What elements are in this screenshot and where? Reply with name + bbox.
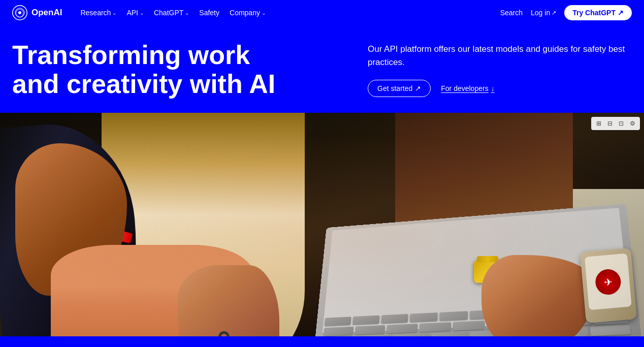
hand-right xyxy=(481,255,593,336)
key xyxy=(590,326,631,336)
chatgpt-chevron: ⌄ xyxy=(185,10,189,16)
for-developers-button[interactable]: For developers ↓ xyxy=(441,84,494,92)
key xyxy=(432,332,468,337)
key xyxy=(352,316,379,325)
nav-chatgpt[interactable]: ChatGPT ⌄ xyxy=(150,6,193,20)
key xyxy=(358,335,393,337)
search-button[interactable]: Search xyxy=(500,9,523,17)
key xyxy=(453,321,485,331)
openai-logo-icon xyxy=(12,5,27,20)
key xyxy=(394,334,430,337)
nav-api[interactable]: API ⌄ xyxy=(122,6,148,20)
nav-company[interactable]: Company ⌄ xyxy=(226,6,270,20)
hand-center xyxy=(178,265,279,336)
logo-text: OpenAI xyxy=(31,8,62,18)
key xyxy=(410,313,438,323)
try-chatgpt-button[interactable]: Try ChatGPT ↗ xyxy=(564,5,632,20)
svg-point-1 xyxy=(18,11,21,14)
phone: ✈ xyxy=(580,248,637,323)
research-chevron: ⌄ xyxy=(112,10,116,16)
key xyxy=(325,317,351,326)
hero-image-section: ⊞ ⊟ ⊡ ⚙ xyxy=(0,113,644,336)
nav-research[interactable]: Research ⌄ xyxy=(76,6,120,20)
nav-links: Research ⌄ API ⌄ ChatGPT ⌄ Safety Compan… xyxy=(76,6,269,20)
toolbar-icon-1[interactable]: ⊞ xyxy=(594,118,604,129)
hero-buttons: Get started ↗ For developers ↓ xyxy=(368,80,632,97)
hero-section: Transforming work and creativity with AI… xyxy=(0,25,644,113)
navbar-right: Search Log in ↗ Try ChatGPT ↗ xyxy=(500,5,632,20)
toolbar-icon-4[interactable]: ⚙ xyxy=(627,118,637,129)
api-chevron: ⌄ xyxy=(140,10,144,16)
hero-description: Our API platform offers our latest model… xyxy=(368,43,632,69)
toolbar-icon-2[interactable]: ⊟ xyxy=(605,118,615,129)
key xyxy=(381,314,408,324)
phone-app-icon: ✈ xyxy=(594,268,622,296)
key xyxy=(420,323,451,332)
login-button[interactable]: Log in ↗ xyxy=(531,9,556,17)
nav-safety[interactable]: Safety xyxy=(195,6,223,20)
toolbar-icon-3[interactable]: ⊡ xyxy=(616,118,626,129)
navbar: OpenAI Research ⌄ API ⌄ ChatGPT ⌄ Safety… xyxy=(0,0,644,25)
navbar-left: OpenAI Research ⌄ API ⌄ ChatGPT ⌄ Safety… xyxy=(12,5,270,20)
image-toolbar: ⊞ ⊟ ⊡ ⚙ xyxy=(591,117,640,130)
phone-screen: ✈ xyxy=(585,254,632,310)
hero-right: Our API platform offers our latest model… xyxy=(368,41,632,97)
hero-photo: ✈ xyxy=(0,113,644,336)
logo[interactable]: OpenAI xyxy=(12,5,62,20)
key xyxy=(324,327,353,336)
hero-left: Transforming work and creativity with AI xyxy=(12,41,297,99)
company-chevron: ⌄ xyxy=(262,10,266,16)
get-started-button[interactable]: Get started ↗ xyxy=(368,80,431,97)
key xyxy=(355,325,385,335)
hero-title: Transforming work and creativity with AI xyxy=(12,41,297,99)
key xyxy=(439,311,468,321)
key xyxy=(387,324,417,333)
